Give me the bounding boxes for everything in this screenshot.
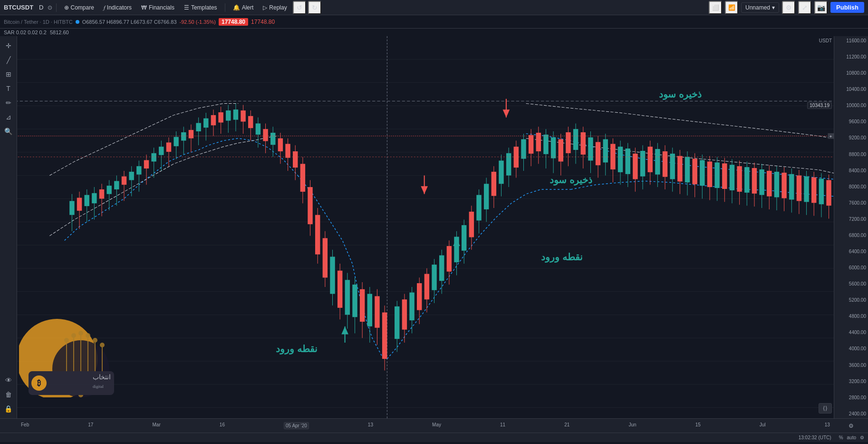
expand-panel-button[interactable]: ⟨⟩ (819, 403, 832, 414)
svg-text:+: + (829, 134, 832, 139)
settings-btn[interactable]: ⚙ (860, 435, 864, 440)
svg-rect-25 (92, 193, 96, 203)
time-apr05: 05 Apr '20 (284, 422, 309, 429)
indicators-button[interactable]: 𝑓 Indicators (100, 3, 135, 12)
svg-rect-213 (797, 176, 801, 201)
svg-rect-105 (395, 306, 399, 339)
svg-rect-83 (308, 187, 312, 224)
indicators-icon: 𝑓 (104, 4, 105, 11)
svg-point-244 (79, 331, 83, 335)
svg-rect-219 (819, 179, 824, 205)
compare-button[interactable]: ⊕ Compare (60, 3, 98, 12)
svg-rect-89 (330, 257, 335, 294)
cursor-tool[interactable]: ✛ (2, 39, 15, 52)
lock-tool[interactable]: 🔒 (2, 402, 15, 415)
time-axis-settings[interactable]: ⚙ (834, 423, 868, 429)
zoom-percent: % (839, 435, 843, 440)
price-10400: 10400.00 (836, 87, 866, 92)
toolbar-right: ⬜ 📶 Unnamed ▾ ⚙ ⤢ 📷 Publish (709, 1, 864, 14)
svg-rect-179 (670, 154, 675, 179)
svg-rect-39 (144, 160, 149, 169)
zoom-tool[interactable]: 🔍 (2, 125, 15, 138)
financials-button[interactable]: ₩ Financials (137, 3, 178, 12)
price-4000: 4000.00 (836, 346, 866, 351)
svg-rect-47 (174, 137, 178, 147)
trash-tool[interactable]: 🗑 (2, 388, 15, 401)
price-2800: 2800.00 (836, 395, 866, 400)
price-crosshair-label: 10343.19 (807, 102, 832, 109)
svg-rect-45 (166, 142, 171, 152)
templates-button[interactable]: ☰ Templates (180, 3, 221, 12)
time-13: 13 (368, 422, 373, 429)
svg-rect-209 (781, 173, 786, 198)
alert-button[interactable]: 🔔 Alert (229, 3, 258, 12)
brush-tool[interactable]: ✏ (2, 96, 15, 109)
undo-button[interactable]: ↺ (293, 1, 306, 14)
svg-rect-37 (136, 166, 141, 175)
svg-rect-65 (241, 110, 245, 121)
svg-rect-143 (536, 133, 541, 151)
time-display: 13:02:32 (UTC) (799, 435, 831, 440)
candles-left (69, 103, 831, 370)
svg-rect-145 (543, 135, 548, 154)
svg-rect-173 (647, 147, 652, 172)
alert-icon: 🔔 (233, 4, 240, 11)
price-11200: 11200.00 (836, 54, 866, 59)
current-price2: 17748.80 (251, 19, 275, 25)
svg-rect-211 (789, 174, 794, 200)
unnamed-button[interactable]: Unnamed ▾ (741, 2, 779, 13)
price-2400: 2400.00 (836, 411, 866, 416)
price-axis: 11600.00 11200.00 10800.00 10400.00 1000… (834, 36, 868, 418)
svg-point-243 (72, 334, 76, 337)
svg-rect-175 (655, 149, 660, 175)
replay-button[interactable]: ▷ Replay (259, 3, 290, 12)
profit-label-2: ذخیره سود (550, 174, 592, 186)
svg-rect-177 (663, 151, 667, 177)
text-tool[interactable]: T (2, 82, 15, 95)
pair-label: Bitcoin / Tether · 1D · HITBTC (4, 19, 73, 25)
svg-rect-141 (529, 135, 533, 154)
svg-text:انتخاب: انتخاب (93, 374, 111, 381)
svg-rect-33 (122, 177, 126, 185)
watermark: ₿ انتخاب digital (19, 302, 162, 399)
svg-rect-131 (492, 172, 496, 196)
main-area: ✛ ╱ ⊞ T ✏ ⊿ 🔍 👁 🗑 🔒 USDT (0, 36, 868, 418)
exchange-dot (76, 20, 79, 24)
svg-rect-19 (69, 201, 74, 215)
settings-icon[interactable]: ⚙ (782, 1, 795, 14)
svg-rect-171 (640, 151, 645, 177)
fib-tool[interactable]: ⊞ (2, 68, 15, 81)
svg-point-245 (86, 334, 90, 337)
svg-rect-55 (203, 118, 208, 128)
measure-tool[interactable]: ⊿ (2, 110, 15, 124)
price-5600: 5600.00 (836, 281, 866, 286)
svg-rect-113 (424, 274, 429, 300)
price-8400: 8400.00 (836, 168, 866, 173)
svg-rect-23 (84, 195, 89, 206)
svg-rect-35 (129, 172, 134, 180)
expand-icon[interactable]: ⤢ (798, 1, 811, 14)
publish-button[interactable]: Publish (830, 2, 864, 13)
fullscreen-toggle[interactable]: ⬜ (709, 1, 722, 14)
svg-rect-75 (278, 138, 283, 151)
svg-rect-97 (360, 289, 365, 322)
time-axis: Feb 17 Mar 16 05 Apr '20 13 May 11 21 Ju… (0, 418, 868, 433)
svg-point-242 (65, 338, 68, 342)
profit-label-1: ذخیره سود (659, 89, 702, 100)
price-11600: 11600.00 (836, 38, 866, 43)
trend-line-tool[interactable]: ╱ (2, 53, 15, 67)
svg-rect-109 (409, 293, 414, 321)
svg-rect-123 (462, 225, 466, 251)
symbol-label: BTCUSDT (4, 4, 33, 11)
price-4400: 4400.00 (836, 330, 866, 335)
price-3600: 3600.00 (836, 363, 866, 368)
svg-rect-151 (566, 132, 570, 153)
left-sidebar: ✛ ╱ ⊞ T ✏ ⊿ 🔍 👁 🗑 🔒 (0, 36, 17, 418)
time-21: 21 (564, 422, 569, 429)
redo-button[interactable]: ↻ (308, 1, 321, 14)
eye-tool[interactable]: 👁 (2, 374, 15, 387)
svg-rect-85 (315, 215, 320, 255)
camera-icon[interactable]: 📷 (814, 1, 828, 14)
timeframe-label[interactable]: D (39, 4, 43, 11)
svg-rect-93 (345, 280, 350, 315)
